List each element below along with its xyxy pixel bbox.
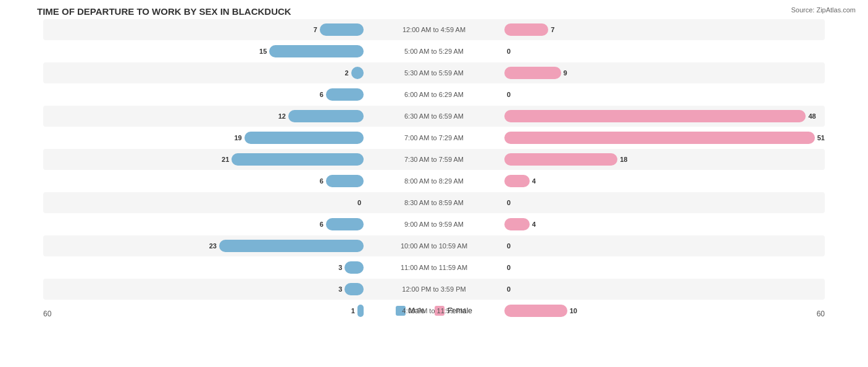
- male-value-outside: 6: [320, 221, 323, 228]
- male-bar: [232, 153, 364, 166]
- axis-right-label: 60: [817, 310, 825, 318]
- female-section: 0: [502, 199, 825, 206]
- male-section: 3: [43, 283, 366, 295]
- male-bar: [326, 218, 364, 230]
- male-section: 6: [43, 175, 366, 187]
- male-value-outside: 7: [314, 26, 317, 33]
- female-bar: [504, 23, 548, 36]
- chart-title: TIME OF DEPARTURE TO WORK BY SEX IN BLAC…: [12, 6, 856, 17]
- female-bar: [504, 110, 806, 122]
- male-value-outside: 0: [357, 199, 361, 206]
- male-section: 21: [43, 153, 366, 166]
- chart-area: 712:00 AM to 4:59 AM7155:00 AM to 5:29 A…: [12, 19, 856, 318]
- female-value-outside: 0: [507, 91, 511, 98]
- female-section: 7: [502, 23, 825, 36]
- female-section: 48: [502, 110, 825, 122]
- male-section: 3: [43, 261, 366, 274]
- male-bar: [344, 261, 364, 274]
- male-bar: [269, 45, 364, 57]
- table-row: 69:00 AM to 9:59 AM4: [43, 214, 825, 235]
- time-label: 7:30 AM to 7:59 AM: [366, 156, 502, 163]
- female-value-outside: 48: [808, 112, 816, 120]
- male-value-outside: 23: [209, 242, 217, 250]
- female-section: 4: [502, 218, 825, 230]
- female-value-outside: 0: [507, 264, 511, 271]
- male-bar: [219, 240, 364, 252]
- time-label: 8:30 AM to 8:59 AM: [366, 199, 502, 206]
- female-section: 0: [502, 91, 825, 98]
- male-section: 19: [43, 132, 366, 144]
- male-section: 15: [43, 45, 366, 57]
- female-section: 51: [502, 132, 825, 144]
- male-bar: [320, 23, 364, 36]
- table-row: 126:30 AM to 6:59 AM48: [43, 106, 825, 127]
- table-row: 25:30 AM to 5:59 AM9: [43, 62, 825, 83]
- male-value-outside: 12: [278, 112, 286, 120]
- time-label: 9:00 AM to 9:59 AM: [366, 221, 502, 228]
- male-value-outside: 3: [338, 264, 342, 271]
- time-label: 12:00 AM to 4:59 AM: [366, 26, 502, 33]
- male-section: 12: [43, 110, 366, 122]
- table-row: 712:00 AM to 4:59 AM7: [43, 19, 825, 40]
- male-value-outside: 2: [345, 69, 349, 77]
- female-bar: [504, 175, 530, 187]
- female-value-outside: 4: [532, 177, 536, 185]
- female-section: 18: [502, 153, 825, 166]
- table-row: 2310:00 AM to 10:59 AM0: [43, 235, 825, 256]
- male-value-outside: 21: [222, 156, 229, 163]
- male-value-outside: 19: [234, 134, 241, 141]
- female-value-outside: 7: [551, 26, 554, 33]
- male-section: 2: [43, 67, 366, 79]
- time-label: 4:00 PM to 11:59 PM: [366, 307, 502, 314]
- female-bar: [504, 153, 617, 166]
- male-section: 6: [43, 88, 366, 101]
- time-label: 6:30 AM to 6:59 AM: [366, 112, 502, 120]
- female-value-outside: 0: [507, 242, 511, 250]
- male-section: 6: [43, 218, 366, 230]
- male-value-outside: 15: [259, 48, 267, 55]
- male-bar: [326, 88, 364, 101]
- female-section: 0: [502, 48, 825, 55]
- male-section: 0: [43, 199, 366, 206]
- axis-left-label: 60: [43, 310, 51, 318]
- male-bar: [326, 175, 364, 187]
- female-value-outside: 51: [817, 134, 825, 141]
- female-bar: [504, 218, 530, 230]
- female-section: 0: [502, 242, 825, 250]
- chart-container: TIME OF DEPARTURE TO WORK BY SEX IN BLAC…: [0, 0, 868, 367]
- table-row: 66:00 AM to 6:29 AM0: [43, 84, 825, 105]
- male-section: 7: [43, 23, 366, 36]
- time-label: 11:00 AM to 11:59 AM: [366, 264, 502, 271]
- female-value-outside: 0: [507, 199, 511, 206]
- male-bar: [244, 132, 364, 144]
- time-label: 10:00 AM to 10:59 AM: [366, 242, 502, 250]
- male-value-outside: 6: [320, 177, 323, 185]
- table-row: 197:00 AM to 7:29 AM51: [43, 127, 825, 148]
- time-label: 7:00 AM to 7:29 AM: [366, 134, 502, 141]
- male-bar: [344, 283, 364, 295]
- female-value-outside: 9: [564, 69, 567, 77]
- female-value-outside: 4: [532, 221, 536, 228]
- table-row: 155:00 AM to 5:29 AM0: [43, 41, 825, 62]
- time-label: 5:30 AM to 5:59 AM: [366, 69, 502, 77]
- table-row: 08:30 AM to 8:59 AM0: [43, 192, 825, 213]
- table-row: 312:00 PM to 3:59 PM0: [43, 279, 825, 300]
- table-row: 311:00 AM to 11:59 AM0: [43, 257, 825, 278]
- female-value-outside: 0: [507, 48, 511, 55]
- female-section: 0: [502, 264, 825, 271]
- male-value-outside: 6: [320, 91, 323, 98]
- male-bar: [351, 67, 364, 79]
- female-value-outside: 0: [507, 285, 511, 293]
- time-label: 8:00 AM to 8:29 AM: [366, 177, 502, 185]
- table-row: 68:00 AM to 8:29 AM4: [43, 171, 825, 192]
- female-section: 4: [502, 175, 825, 187]
- source-text: Source: ZipAtlas.com: [791, 6, 856, 14]
- female-bar: [504, 67, 561, 79]
- table-row: 217:30 AM to 7:59 AM18: [43, 149, 825, 170]
- male-value-outside: 3: [338, 285, 342, 293]
- female-value-outside: 18: [620, 156, 627, 163]
- time-label: 6:00 AM to 6:29 AM: [366, 91, 502, 98]
- male-section: 23: [43, 240, 366, 252]
- female-bar: [504, 132, 815, 144]
- female-section: 0: [502, 285, 825, 293]
